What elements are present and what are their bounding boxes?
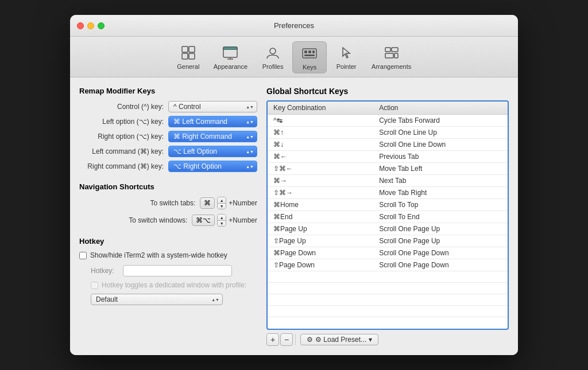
left-panel: Remap Modifier Keys Control (^) key: ^ C… [79,87,257,346]
table-row[interactable]: ⌘↑Scroll One Line Up [268,127,508,139]
shortcut-action: Scroll One Page Down [373,259,508,271]
shortcut-table: Key Combination Action ^↹Cycle Tabs Forw… [268,102,508,329]
shortcut-key: ⇧⌘→ [268,187,373,199]
switch-windows-row: To switch windows: ⌘⌥ ▲ ▼ +Number [79,214,257,227]
svg-rect-0 [182,46,188,52]
hotkey-toggle-row: Hotkey toggles a dedicated window with p… [91,281,257,289]
shortcut-action: Cycle Tabs Forward [373,115,508,127]
table-row[interactable]: ⌘HomeScroll To Top [268,199,508,211]
load-preset-button[interactable]: ⚙ ⚙ Load Preset... ▾ [300,334,378,345]
table-empty-row [268,283,508,294]
hotkey-toggle-checkbox[interactable] [91,282,98,289]
window-title: Preferences [274,21,314,30]
remap-section-title: Remap Modifier Keys [79,87,257,95]
toolbar-item-pointer[interactable]: Pointer [329,41,363,73]
shortcut-table-container: Key Combination Action ^↹Cycle Tabs Forw… [266,100,509,330]
control-key-label: Control (^) key: [117,103,164,111]
toolbar-item-appearance[interactable]: Appearance [208,41,253,73]
shortcut-key: ⌘Home [268,199,373,211]
switch-windows-down[interactable]: ▼ [218,221,226,227]
switch-tabs-plus: +Number [229,199,257,207]
maximize-button[interactable] [98,22,105,29]
svg-rect-11 [304,50,307,53]
hotkey-input-field[interactable] [123,265,232,276]
pointer-icon [337,44,355,62]
remove-shortcut-button[interactable]: − [280,333,293,346]
left-command-key-label: Left command (⌘) key: [92,147,164,155]
toolbar-item-keys[interactable]: Keys [292,41,327,73]
nav-section-title: Navigation Shortcuts [79,182,257,191]
table-row[interactable]: ⇧⌘→Move Tab Right [268,187,508,199]
close-button[interactable] [77,22,84,29]
load-preset-label: ⚙ Load Preset... [315,336,366,344]
svg-rect-17 [385,53,393,58]
table-actions: + − ⚙ ⚙ Load Preset... ▾ [266,333,509,346]
shortcut-action: Scroll One Page Down [373,247,508,259]
right-command-key-row: Right command (⌘) key: ⌥ Right Option [79,161,257,172]
left-command-key-select[interactable]: ⌥ Left Option [168,146,257,157]
table-row[interactable]: ⌘←Previous Tab [268,151,508,163]
svg-rect-1 [182,53,188,59]
switch-windows-up[interactable]: ▲ [218,215,226,221]
shortcut-key: ⇧Page Up [268,235,373,247]
table-row[interactable]: ⇧⌘←Move Tab Left [268,163,508,175]
switch-tabs-stepper[interactable]: ▲ ▼ [217,197,226,209]
shortcut-action: Scroll One Page Up [373,235,508,247]
preferences-window: Preferences General [70,15,518,355]
traffic-lights [77,22,105,29]
general-icon [179,44,198,62]
right-option-key-select[interactable]: ⌘ Right Command [168,131,257,142]
left-option-key-row: Left option (⌥) key: ⌘ Left Command [79,116,257,127]
general-label: General [177,63,199,70]
left-option-key-select-wrapper: ⌘ Left Command [168,116,257,127]
shortcut-action: Scroll One Line Down [373,139,508,151]
svg-rect-2 [189,46,195,52]
left-option-key-label: Left option (⌥) key: [102,118,164,126]
shortcut-key: ⌘Page Down [268,247,373,259]
switch-tabs-up[interactable]: ▲ [218,197,226,204]
titlebar: Preferences [70,15,518,37]
table-row[interactable]: ⌘Page DownScroll One Page Down [268,247,508,259]
control-key-select[interactable]: ^ Control [168,101,257,112]
left-command-key-select-wrapper: ⌥ Left Option [168,146,257,157]
shortcut-key: ⌘End [268,211,373,223]
profiles-icon [264,44,282,62]
hotkey-profile-select[interactable]: Default [91,294,223,305]
shortcut-key: ⌘→ [268,175,373,187]
table-row[interactable]: ⇧Page DownScroll One Page Down [268,259,508,271]
right-option-key-label: Right option (⌥) key: [98,133,164,141]
switch-windows-key: ⌘⌥ [192,215,215,226]
switch-tabs-down[interactable]: ▼ [218,204,226,209]
switch-windows-plus: +Number [229,216,257,224]
actions-separator [295,334,296,345]
toolbar-item-arrangements[interactable]: Arrangements [366,41,417,73]
hotkey-checkbox-row: Show/hide iTerm2 with a system-wide hotk… [79,251,257,259]
control-key-select-wrapper: ^ Control [168,101,257,112]
shortcut-action: Scroll One Line Up [373,127,508,139]
svg-rect-15 [385,48,390,52]
toolbar-item-profiles[interactable]: Profiles [256,41,290,73]
minimize-button[interactable] [87,22,94,29]
table-empty-row [268,294,508,306]
hotkey-section-title: Hotkey [79,237,257,246]
table-row[interactable]: ⌘EndScroll To End [268,211,508,223]
right-command-key-select[interactable]: ⌥ Right Option [168,161,257,172]
hotkey-profile-row: Default [91,294,257,305]
table-row[interactable]: ^↹Cycle Tabs Forward [268,115,508,127]
hotkey-checkbox[interactable] [79,252,87,259]
shortcut-action: Scroll To End [373,211,508,223]
add-shortcut-button[interactable]: + [266,333,279,346]
appearance-icon [221,44,239,62]
shortcut-key: ^↹ [268,115,373,127]
table-row[interactable]: ⌘→Next Tab [268,175,508,187]
hotkey-section: Hotkey Show/hide iTerm2 with a system-wi… [79,237,257,305]
arrangements-label: Arrangements [372,63,411,70]
table-row[interactable]: ⌘↓Scroll One Line Down [268,139,508,151]
left-option-key-select[interactable]: ⌘ Left Command [168,116,257,127]
table-row[interactable]: ⌘Page UpScroll One Page Up [268,223,508,235]
toolbar-item-general[interactable]: General [171,41,206,73]
table-row[interactable]: ⇧Page UpScroll One Page Up [268,235,508,247]
svg-rect-14 [304,54,315,56]
switch-windows-stepper[interactable]: ▲ ▼ [217,214,226,227]
global-shortcut-title: Global Shortcut Keys [266,87,509,96]
